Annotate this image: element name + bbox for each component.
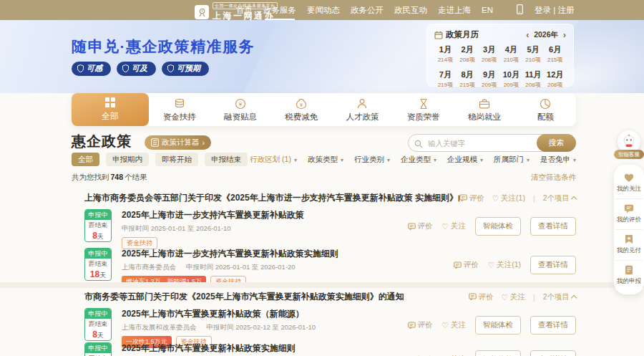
- dropdown-exempt[interactable]: 是否免申: [540, 155, 576, 165]
- deadline-days: 18天: [85, 269, 111, 280]
- status-badge: 申报中 距结束: [84, 342, 112, 356]
- tab-talent-policy[interactable]: 人才政策: [332, 93, 393, 126]
- month-count: 215项: [544, 56, 566, 64]
- result-count: 748: [111, 173, 124, 181]
- follow-link[interactable]: ♡关注: [442, 320, 466, 330]
- site-emblem-icon: [195, 5, 209, 19]
- month-label: 11月: [522, 69, 545, 80]
- status-badge: 申报中 距结束 8天: [84, 209, 112, 242]
- banner-tag-label: 可感: [87, 63, 102, 74]
- sidebar-item-my-follows[interactable]: 我的关注: [615, 168, 643, 198]
- sidebar-item-my-redemptions[interactable]: 我的兑付: [615, 229, 643, 260]
- calendar-month[interactable]: 9月209项: [478, 69, 500, 89]
- evaluate-link[interactable]: 评价: [454, 260, 479, 270]
- calendar-month[interactable]: 5月210项: [522, 44, 545, 64]
- nav-about-shanghai[interactable]: 走进上海: [438, 0, 471, 20]
- calendar-month[interactable]: 11月208项: [522, 69, 545, 89]
- dropdown-industry[interactable]: 行业类别: [354, 155, 390, 165]
- dropdown-department[interactable]: 所属部门: [494, 155, 530, 165]
- login-register-link[interactable]: 登录 | 注册: [535, 5, 574, 16]
- status-badge: 申报中 距结束 8天: [84, 308, 112, 341]
- project-count-toggle[interactable]: 2个项目: [543, 292, 576, 302]
- item-actions: 评价 ♡关注 智能体检 查看详情: [408, 350, 576, 356]
- project-count-toggle[interactable]: 2个项目: [543, 193, 576, 203]
- status-label: 申报中: [85, 249, 111, 259]
- sidebar-item-my-applications[interactable]: 我的申报: [615, 260, 643, 291]
- nav-government-services[interactable]: 政务服务: [263, 0, 296, 20]
- smart-check-button[interactable]: 智能体检: [475, 350, 521, 356]
- calendar-month[interactable]: 4月210项: [500, 44, 522, 64]
- month-count: 208项: [457, 56, 479, 64]
- follow-link[interactable]: ♡关注: [442, 221, 466, 231]
- next-year-icon[interactable]: ›: [563, 32, 566, 39]
- search-button[interactable]: 搜索: [537, 134, 576, 152]
- calendar-month[interactable]: 10月209项: [500, 69, 522, 89]
- nav-interaction[interactable]: 政民互动: [394, 0, 427, 20]
- nav-news[interactable]: 要闻动态: [307, 0, 340, 20]
- calendar-year[interactable]: 2026年: [534, 30, 558, 40]
- sidebar-item-label: 我的关注: [615, 185, 643, 193]
- calendar-month[interactable]: 2月208项: [457, 44, 479, 64]
- group-title[interactable]: 市商务委等五部门关于印发《2025年上海市汽车置换更新补贴政策实施细则》的通知: [84, 291, 404, 303]
- dropdown-district[interactable]: 行政区划 (1): [250, 155, 297, 165]
- nav-disclosure[interactable]: 政务公开: [351, 0, 384, 20]
- result-summary: 共为您找到748个结果 清空筛选条件: [72, 173, 576, 183]
- dropdown-enterprise-type[interactable]: 企业类型: [401, 155, 436, 165]
- tab-funding-support[interactable]: 资金扶持: [149, 93, 210, 126]
- view-details-button[interactable]: 查看详情: [530, 256, 576, 274]
- smart-check-button[interactable]: 智能体检: [475, 316, 521, 335]
- calendar-month[interactable]: 12月208项: [544, 69, 566, 89]
- prev-year-icon[interactable]: ‹: [526, 32, 529, 39]
- dropdown-policy-type[interactable]: 政策类型: [308, 155, 343, 165]
- group-title[interactable]: 上海市商务委员会等五部门关于印发《2025年上海市进一步支持汽车置换更新补贴政策…: [84, 192, 459, 204]
- month-count: 210项: [522, 56, 545, 64]
- tab-quota[interactable]: 配额: [515, 93, 576, 126]
- status-label: 申报中: [85, 210, 111, 220]
- tab-all[interactable]: 全部: [72, 93, 149, 126]
- smart-check-button[interactable]: 智能体检: [475, 217, 521, 236]
- follow-link[interactable]: ♡关注(1): [488, 260, 521, 270]
- calendar-month[interactable]: 6月215项: [544, 44, 566, 64]
- assistant-label[interactable]: 智能客服: [614, 150, 644, 159]
- evaluate-link[interactable]: 评价: [408, 320, 433, 330]
- banner-title: 随申兑·惠企政策精准服务: [72, 37, 255, 57]
- tab-employment[interactable]: 稳岗就业: [454, 93, 514, 126]
- view-details-button[interactable]: 查看详情: [530, 217, 576, 236]
- filter-all[interactable]: 全部: [72, 153, 99, 166]
- calendar-month[interactable]: 3月208项: [478, 44, 500, 64]
- page: 全国一体化在线政务服务平台 上海一网通办 首页 政务服务 要闻动态 政务公开 政…: [0, 0, 644, 356]
- tab-qualification-honor[interactable]: 资质荣誉: [393, 93, 454, 126]
- tab-financing-discount[interactable]: ¥ 融资贴息: [210, 93, 270, 126]
- sidebar-item-my-evaluations[interactable]: 我的评价: [615, 198, 643, 229]
- policy-item: 申报中 距结束 8天 2025年上海市进一步支持汽车置换更新补贴政策 申报时间 …: [84, 209, 576, 242]
- person-icon: [356, 97, 369, 110]
- tab-tax-relief[interactable]: ¥ 税费减免: [271, 93, 332, 126]
- item-actions: 评价 ♡关注 智能体检 查看详情: [408, 217, 576, 236]
- follow-link[interactable]: ♡关注: [502, 292, 525, 302]
- calendar-month[interactable]: 8月215项: [457, 69, 479, 89]
- view-details-button[interactable]: 查看详情: [530, 350, 576, 356]
- nav-english[interactable]: EN: [482, 0, 493, 20]
- evaluate-link[interactable]: 评价: [459, 193, 484, 203]
- shield-icon: [167, 64, 174, 72]
- tab-label: 资金扶持: [163, 112, 196, 122]
- follow-link[interactable]: ♡关注(1): [492, 193, 525, 203]
- view-details-button[interactable]: 查看详情: [530, 316, 576, 335]
- tab-label: 融资贴息: [224, 112, 257, 122]
- filter-in-period[interactable]: 申报期内: [106, 153, 149, 166]
- calendar-month[interactable]: 1月214项: [434, 44, 457, 64]
- evaluate-link[interactable]: 评价: [408, 221, 433, 231]
- banner-tag: 可感: [72, 62, 111, 76]
- filter-ended[interactable]: 申报结束: [205, 153, 248, 166]
- policy-calculator-button[interactable]: 政策计算器 ›: [145, 135, 211, 150]
- nav-home[interactable]: 首页: [236, 0, 253, 20]
- mobile-icon[interactable]: [517, 4, 523, 16]
- chevron-up-icon: [571, 196, 577, 202]
- clear-filters-link[interactable]: 清空筛选条件: [531, 173, 576, 183]
- evaluate-link[interactable]: 评价: [469, 292, 494, 302]
- calendar-month[interactable]: 7月219项: [434, 69, 457, 89]
- filter-starting-soon[interactable]: 即将开始: [155, 153, 198, 166]
- filter-dropdowns: 行政区划 (1) 政策类型 行业类别 企业类型 企业规模 所属部门 是否免申: [250, 155, 576, 165]
- deadline-label: 距结束: [85, 320, 111, 329]
- dropdown-enterprise-scale[interactable]: 企业规模: [447, 155, 483, 165]
